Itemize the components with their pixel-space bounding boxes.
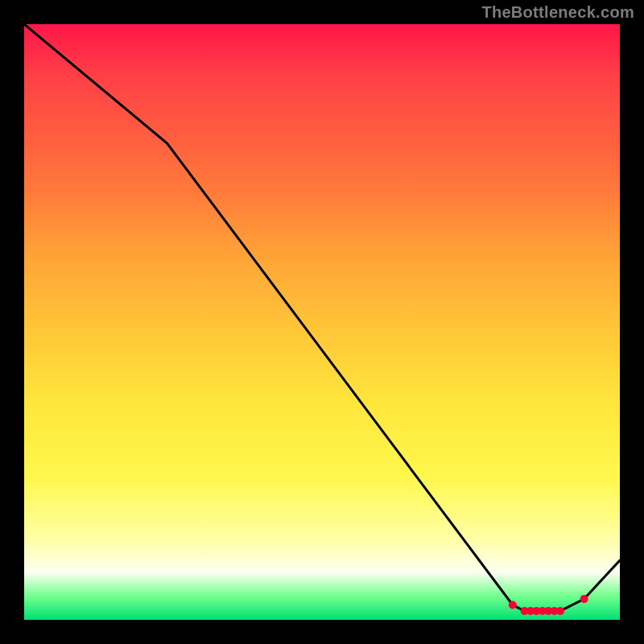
marker-point bbox=[580, 595, 588, 603]
marker-point bbox=[509, 601, 517, 609]
watermark-text: TheBottleneck.com bbox=[481, 3, 634, 22]
series-curve bbox=[24, 24, 620, 611]
series-markers bbox=[509, 595, 588, 615]
marker-point bbox=[556, 607, 564, 615]
chart-svg bbox=[24, 24, 620, 620]
plot-area bbox=[24, 24, 620, 620]
chart-stage: TheBottleneck.com bbox=[0, 0, 644, 644]
